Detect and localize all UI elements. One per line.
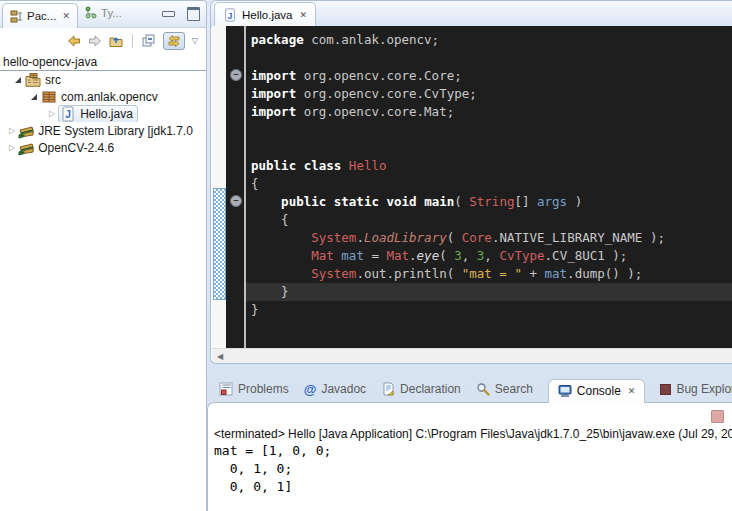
- java-file-icon: J: [60, 106, 76, 122]
- tab-type-hierarchy[interactable]: Ty...: [84, 6, 122, 19]
- tree-item-label: hello-opencv-java: [3, 55, 97, 69]
- tree-item-jre-library[interactable]: ▷ JRE System Library [jdk1.7.0: [0, 122, 206, 139]
- back-icon[interactable]: [67, 34, 81, 48]
- range-indicator: [213, 188, 226, 300]
- scroll-left-arrow-icon[interactable]: ◀: [212, 352, 223, 361]
- library-icon: [18, 123, 34, 139]
- java-file-icon: J: [223, 8, 237, 22]
- tab-javadoc[interactable]: @ Javadoc: [304, 382, 366, 396]
- minimize-view-icon[interactable]: [162, 11, 175, 17]
- editor-body: – – package com.anlak.opencv; import org…: [212, 26, 732, 348]
- tree-item-opencv-library[interactable]: ▷ OpenCV-2.4.6: [0, 139, 206, 156]
- expanded-arrow-icon[interactable]: [15, 77, 21, 83]
- tab-search-label: Search: [495, 382, 533, 396]
- tab-type-hierarchy-label: Ty...: [101, 7, 122, 19]
- source-folder-icon: [25, 72, 41, 88]
- declaration-icon: [381, 382, 395, 396]
- tree-item-label: com.anlak.opencv: [61, 90, 158, 104]
- collapsed-arrow-icon[interactable]: ▷: [9, 127, 15, 135]
- console-output[interactable]: mat = [1, 0, 0; 0, 1, 0; 0, 0, 1]: [208, 442, 732, 496]
- link-with-editor-icon: [167, 34, 181, 48]
- collapsed-arrow-icon[interactable]: ▷: [49, 110, 55, 118]
- horizontal-scrollbar[interactable]: ◀: [212, 348, 732, 363]
- folding-margin: – –: [226, 26, 246, 348]
- tree-item-src[interactable]: src: [0, 71, 206, 88]
- console-icon: [558, 384, 572, 398]
- left-tabbar: Pac... ✕ Ty...: [0, 1, 206, 28]
- search-icon: [476, 382, 490, 396]
- console-process-header: <terminated> Hello [Java Application] C:…: [208, 403, 732, 442]
- forward-icon[interactable]: [88, 34, 102, 48]
- code-area[interactable]: package com.anlak.opencv; import org.ope…: [246, 26, 732, 348]
- editor-view: J Hello.java ✕ – – package com.anlak.ope…: [210, 0, 732, 364]
- javadoc-icon: @: [304, 383, 317, 396]
- console-toolbar: [711, 410, 724, 423]
- package-explorer-toolbar: ▽: [0, 28, 206, 53]
- link-with-editor-button[interactable]: [163, 32, 185, 50]
- problems-icon: [219, 382, 233, 396]
- up-navigation-icon[interactable]: [109, 34, 123, 48]
- expanded-arrow-icon[interactable]: [31, 94, 37, 100]
- close-icon[interactable]: ✕: [626, 386, 636, 396]
- fold-collapse-icon[interactable]: –: [230, 195, 242, 207]
- tree-item-label: src: [45, 73, 61, 87]
- editor-tab-label: Hello.java: [242, 9, 293, 21]
- bottom-tabbar: Problems @ Javadoc Declaration Search Co…: [207, 375, 732, 403]
- tree-item-label: JRE System Library [jdk1.7.0: [38, 124, 193, 138]
- tree-item-label: Hello.java: [80, 107, 133, 121]
- tree-item-project-root[interactable]: hello-opencv-java: [0, 53, 206, 71]
- view-menu-icon[interactable]: ▽: [192, 36, 198, 45]
- tab-package-explorer-label: Pac...: [27, 10, 56, 22]
- tab-problems-label: Problems: [238, 382, 289, 396]
- collapse-all-icon[interactable]: [142, 34, 156, 48]
- toolbar-separator: [132, 34, 133, 48]
- tab-console-label: Console: [577, 384, 621, 398]
- close-icon[interactable]: ✕: [298, 10, 308, 20]
- close-icon[interactable]: ✕: [60, 11, 70, 21]
- svg-text:J: J: [228, 11, 233, 21]
- vertical-ruler[interactable]: [212, 26, 226, 348]
- collapsed-arrow-icon[interactable]: ▷: [9, 144, 15, 152]
- tab-problems[interactable]: Problems: [219, 382, 289, 396]
- maximize-view-icon[interactable]: [187, 7, 200, 21]
- tree-item-package[interactable]: com.anlak.opencv: [0, 88, 206, 105]
- tab-declaration[interactable]: Declaration: [381, 382, 461, 396]
- tab-bug-explorer[interactable]: Bug Explorer: [660, 382, 732, 396]
- tab-package-explorer[interactable]: Pac... ✕: [2, 3, 78, 28]
- tab-search[interactable]: Search: [476, 382, 533, 396]
- tab-bug-explorer-label: Bug Explorer: [676, 382, 732, 396]
- package-explorer-icon: [10, 10, 23, 23]
- package-explorer-view: Pac... ✕ Ty...: [0, 0, 207, 511]
- selected-item-highlight[interactable]: J Hello.java: [58, 105, 138, 122]
- editor-tabbar: J Hello.java ✕: [211, 1, 732, 27]
- type-hierarchy-icon: [84, 6, 97, 19]
- fold-collapse-icon[interactable]: –: [230, 69, 242, 81]
- tree-item-hello-java[interactable]: ▷ J Hello.java: [0, 105, 206, 122]
- tree-item-label: OpenCV-2.4.6: [38, 141, 114, 155]
- svg-text:J: J: [65, 109, 71, 120]
- project-tree: hello-opencv-java src com.anlak.opencv ▷: [0, 53, 206, 156]
- bug-explorer-icon: [660, 384, 671, 395]
- tab-declaration-label: Declaration: [400, 382, 461, 396]
- tab-hello-java[interactable]: J Hello.java ✕: [214, 2, 316, 27]
- tab-console[interactable]: Console ✕: [548, 379, 646, 403]
- package-icon: [41, 89, 57, 105]
- terminate-icon[interactable]: [711, 410, 724, 423]
- library-icon: [18, 140, 34, 156]
- console-view: <terminated> Hello [Java Application] C:…: [207, 402, 732, 511]
- tab-javadoc-label: Javadoc: [321, 382, 366, 396]
